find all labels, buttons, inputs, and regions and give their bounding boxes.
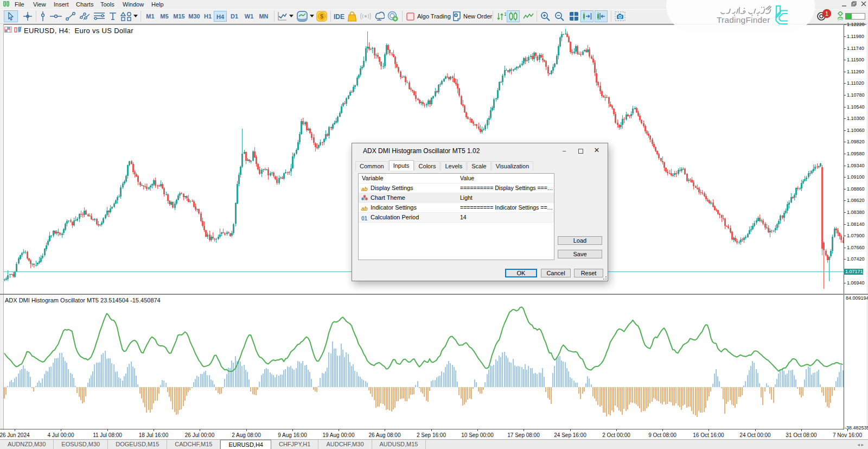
- svg-text:$: $: [320, 13, 323, 20]
- svg-text:1: 1: [825, 10, 828, 17]
- svg-text:1: 1: [504, 12, 506, 17]
- svg-text:LVL: LVL: [838, 17, 844, 21]
